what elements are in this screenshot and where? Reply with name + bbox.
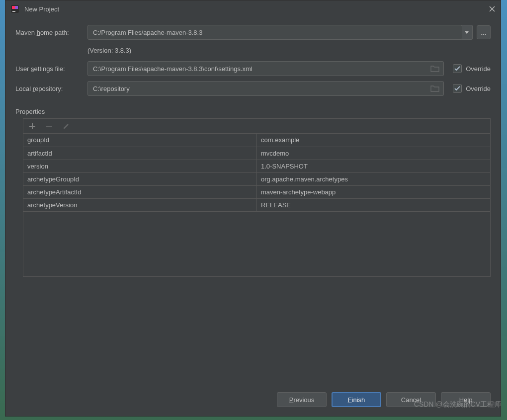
settings-file-label: User settings file: (15, 65, 87, 73)
table-row[interactable]: archetypeVersionRELEASE (23, 198, 490, 211)
local-repo-input[interactable]: C:\repository (87, 81, 444, 96)
local-repo-value: C:\repository (93, 85, 130, 92)
property-key: groupId (23, 134, 257, 147)
folder-icon[interactable] (430, 65, 439, 72)
svg-rect-2 (15, 6, 18, 9)
previous-button[interactable]: Previous (277, 392, 327, 407)
properties-panel: groupIdcom.exampleartifactIdmvcdemoversi… (23, 118, 491, 277)
maven-home-value: C:/Program Files/apache-maven-3.8.3 (93, 29, 202, 36)
local-repo-label: Local repository: (15, 85, 87, 92)
property-key: archetypeVersion (23, 198, 257, 211)
property-key: artifactId (23, 147, 257, 160)
table-row[interactable]: artifactIdmvcdemo (23, 147, 490, 160)
properties-table: groupIdcom.exampleartifactIdmvcdemoversi… (23, 134, 490, 212)
folder-icon[interactable] (430, 85, 439, 92)
property-value: 1.0-SNAPSHOT (257, 160, 491, 172)
maven-version-note: (Version: 3.8.3) (87, 47, 491, 54)
cancel-button[interactable]: Cancel (386, 392, 436, 407)
remove-property-button[interactable] (45, 122, 53, 130)
dialog-button-bar: Previous Finish Cancel Help (15, 386, 491, 411)
table-row[interactable]: groupIdcom.example (23, 134, 490, 147)
edit-property-button[interactable] (62, 122, 70, 130)
repo-override-label: Override (466, 85, 491, 92)
property-value: mvcdemo (257, 147, 491, 160)
property-key: archetypeGroupId (23, 172, 257, 185)
property-key: archetypeArtifactId (23, 185, 257, 198)
properties-section-label: Properties (15, 108, 491, 115)
repo-override-checkbox[interactable] (453, 84, 462, 93)
maven-home-label: Maven home path: (15, 29, 87, 36)
settings-override-checkbox[interactable] (453, 64, 462, 73)
svg-rect-1 (12, 6, 15, 9)
properties-toolbar (23, 119, 490, 134)
new-project-dialog: New Project Maven home path: C:/Program … (5, 0, 501, 417)
property-key: version (23, 160, 257, 172)
property-value: RELEASE (257, 198, 491, 211)
svg-rect-3 (12, 11, 15, 12)
add-property-button[interactable] (28, 122, 36, 130)
finish-button[interactable]: Finish (332, 392, 381, 407)
settings-override-label: Override (466, 65, 491, 73)
maven-home-dropdown[interactable] (461, 25, 473, 40)
property-value: maven-archetype-webapp (257, 185, 491, 198)
help-button[interactable]: Help (441, 392, 491, 407)
property-value: org.apache.maven.archetypes (257, 172, 491, 185)
close-button[interactable] (489, 5, 496, 12)
app-icon (10, 4, 19, 13)
table-row[interactable]: version1.0-SNAPSHOT (23, 160, 490, 172)
settings-file-input[interactable]: C:\Program Files\apache-maven-3.8.3\conf… (87, 61, 444, 76)
maven-home-browse-button[interactable]: ... (477, 25, 491, 39)
table-row[interactable]: archetypeArtifactIdmaven-archetype-webap… (23, 185, 490, 198)
window-title: New Project (24, 5, 489, 13)
properties-empty-area (23, 212, 490, 276)
titlebar: New Project (5, 0, 501, 17)
property-value: com.example (257, 134, 491, 147)
settings-file-value: C:\Program Files\apache-maven-3.8.3\conf… (93, 65, 253, 73)
table-row[interactable]: archetypeGroupIdorg.apache.maven.archety… (23, 172, 490, 185)
maven-home-combo[interactable]: C:/Program Files/apache-maven-3.8.3 (87, 25, 462, 40)
